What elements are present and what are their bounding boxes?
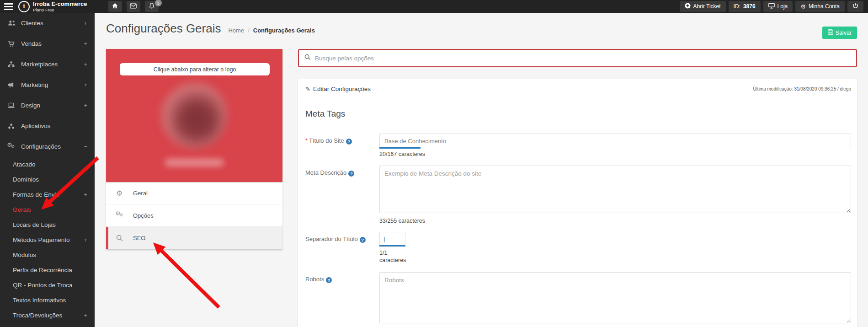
abrir-ticket-label: Abrir Ticket bbox=[693, 3, 721, 10]
sidebar-subitem-locais-de-lojas[interactable]: Locais de Lojas bbox=[0, 217, 95, 232]
cubes-icon bbox=[8, 123, 16, 129]
sidebar-item-label: Aplicativos bbox=[21, 123, 51, 129]
menu-item-seo[interactable]: SEO bbox=[106, 227, 282, 249]
panel-title: ✎ Editar Configurações bbox=[305, 86, 371, 92]
subitem-label: Textos Informativos bbox=[13, 297, 66, 304]
mail-icon bbox=[130, 2, 137, 11]
id-value: 3876 bbox=[743, 3, 756, 10]
sidebar-item-design[interactable]: Design + bbox=[0, 95, 95, 116]
field-label: Separador do Título? bbox=[305, 232, 379, 263]
last-modified-text: Última modificação: 31/08/2020 09:36:25 … bbox=[753, 86, 851, 91]
sidebar-item-label: Vendas bbox=[21, 40, 42, 47]
loja-label: Loja bbox=[777, 3, 788, 10]
sidebar-subitem-metodos-pagamento[interactable]: Métodos Pagamento+ bbox=[0, 232, 95, 247]
sidebar-subitem-formas-de-envio[interactable]: Formas de Envio+ bbox=[0, 187, 95, 202]
settings-column: ✎ Editar Configurações Última modificaçã… bbox=[298, 49, 857, 327]
brand: Irroba E-commerce Plano Free bbox=[33, 1, 87, 12]
question-circle-icon[interactable]: ? bbox=[326, 277, 332, 283]
logo-letter: i bbox=[23, 3, 25, 10]
blurred-store-name bbox=[165, 159, 224, 166]
page-title: Configurações Gerais bbox=[106, 20, 221, 37]
sidebar-item-marketplaces[interactable]: Marketplaces + bbox=[0, 54, 95, 75]
question-circle-icon[interactable]: ? bbox=[348, 171, 354, 177]
separador-input[interactable] bbox=[379, 232, 405, 246]
breadcrumb-home-link[interactable]: Home bbox=[228, 27, 244, 34]
plus-circle-icon bbox=[685, 3, 691, 10]
char-counter: 33/255 caracteres bbox=[379, 218, 851, 224]
hamburger-icon[interactable] bbox=[4, 3, 13, 10]
char-counter-line2: caracteres bbox=[379, 257, 851, 263]
robots-textarea[interactable] bbox=[379, 272, 851, 323]
bell-icon bbox=[149, 2, 154, 11]
home-button[interactable] bbox=[108, 1, 122, 12]
breadcrumb-current: Configurações Gerais bbox=[253, 27, 315, 34]
titulo-do-site-input[interactable] bbox=[379, 134, 851, 148]
settings-tabs-menu: ⚙ Geral ⚙⚙ Opções SEO bbox=[106, 182, 282, 249]
expand-indicator: + bbox=[84, 236, 87, 243]
search-icon bbox=[304, 54, 311, 62]
expand-indicator: + bbox=[84, 61, 87, 68]
collapse-indicator: − bbox=[84, 143, 87, 150]
abrir-ticket-button[interactable]: Abrir Ticket bbox=[680, 1, 726, 12]
meta-descricao-textarea[interactable] bbox=[379, 166, 851, 213]
subitem-label: Perfis de Recorrência bbox=[13, 267, 72, 273]
loja-button[interactable]: Loja bbox=[763, 1, 793, 12]
sidebar-subitem-qr-pontos-de-troca[interactable]: QR - Pontos de Troca bbox=[0, 278, 95, 293]
sidebar-item-configuracoes[interactable]: ⚙⚙ Configurações − bbox=[0, 136, 95, 157]
field-label-text: Meta Descrição bbox=[305, 169, 346, 176]
irroba-logo-icon: i bbox=[18, 1, 30, 12]
subitem-label: QR - Pontos de Troca bbox=[13, 282, 73, 289]
form-row-separador: Separador do Título? 1/1 caracteres bbox=[305, 232, 851, 263]
subitem-label: Métodos Pagamento bbox=[13, 236, 70, 243]
sidebar-subitem-dominios[interactable]: Domínios bbox=[0, 172, 95, 187]
store-id-badge: ID:3876 bbox=[729, 1, 761, 12]
sidebar-item-aplicativos[interactable]: Aplicativos bbox=[0, 116, 95, 136]
messages-button[interactable] bbox=[127, 1, 140, 12]
sidebar-subitem-troca-devolucoes[interactable]: Troca/Devoluções+ bbox=[0, 308, 95, 323]
field-label: Meta Descrição? bbox=[305, 166, 379, 224]
field-control: 20/167 caracteres bbox=[379, 134, 851, 157]
expand-indicator: + bbox=[84, 102, 87, 109]
sidebar-subitem-modulos[interactable]: Módulos bbox=[0, 247, 95, 263]
subitem-label: Troca/Devoluções bbox=[13, 312, 62, 319]
logout-button[interactable] bbox=[847, 1, 863, 12]
sidebar-subitem-atacado[interactable]: Atacado bbox=[0, 157, 95, 172]
subitem-label: Gerais bbox=[13, 206, 31, 213]
sidebar-item-marketing[interactable]: Marketing + bbox=[0, 75, 95, 95]
menu-item-label: Geral bbox=[133, 190, 148, 197]
topbar: i Irroba E-commerce Plano Free 3 Abrir T… bbox=[0, 0, 868, 13]
field-label: *Título do Site? bbox=[305, 134, 379, 157]
sidebar-item-vendas[interactable]: Vendas + bbox=[0, 33, 95, 54]
monitor-icon bbox=[768, 3, 775, 10]
bullhorn-icon bbox=[8, 82, 16, 88]
menu-item-label: SEO bbox=[133, 235, 145, 241]
field-control: 1/1 caracteres bbox=[379, 232, 851, 263]
field-label-text: Título do Site bbox=[309, 137, 344, 144]
gears-icon: ⚙⚙ bbox=[116, 212, 125, 219]
sidebar-subitem-textos-informativos[interactable]: Textos Informativos bbox=[0, 293, 95, 308]
save-button[interactable]: Salvar bbox=[822, 27, 857, 39]
question-circle-icon[interactable]: ? bbox=[360, 237, 366, 243]
sidebar-subitem-perfis-de-recorrencia[interactable]: Perfis de Recorrência bbox=[0, 263, 95, 278]
sidebar-item-label: Design bbox=[21, 102, 40, 109]
focus-underline bbox=[379, 245, 405, 247]
menu-item-geral[interactable]: ⚙ Geral bbox=[106, 182, 282, 204]
topbar-account-area: Abrir Ticket ID:3876 Loja ⚙ Minha Conta bbox=[680, 1, 863, 12]
change-logo-button[interactable]: Clique abaixo para alterar o logo bbox=[120, 63, 270, 75]
users-icon bbox=[8, 20, 16, 26]
menu-item-opcoes[interactable]: ⚙⚙ Opções bbox=[106, 204, 282, 227]
notifications-button[interactable]: 3 bbox=[145, 1, 159, 12]
menu-item-label: Opções bbox=[133, 212, 154, 219]
sidebar-item-clientes[interactable]: Clientes + bbox=[0, 13, 95, 33]
subitem-label: Domínios bbox=[13, 176, 39, 183]
minha-conta-button[interactable]: ⚙ Minha Conta bbox=[795, 1, 845, 12]
search-input[interactable] bbox=[315, 55, 851, 62]
sidebar-item-label: Marketing bbox=[21, 81, 48, 88]
configuracoes-submenu: Atacado Domínios Formas de Envio+ Gerais… bbox=[0, 157, 95, 323]
store-profile-column: Clique abaixo para alterar o logo ⚙ Gera… bbox=[106, 49, 282, 249]
notification-badge: 3 bbox=[155, 0, 162, 6]
gears-icon: ⚙⚙ bbox=[8, 143, 16, 150]
options-search-box bbox=[298, 49, 857, 67]
sidebar-subitem-gerais[interactable]: Gerais bbox=[0, 202, 95, 217]
question-circle-icon[interactable]: ? bbox=[346, 139, 352, 145]
